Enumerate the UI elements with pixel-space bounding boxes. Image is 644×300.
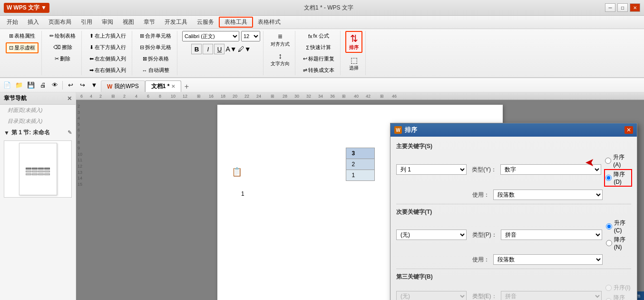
primary-asc-radio[interactable]: 升序(A) bbox=[605, 153, 631, 168]
tertiary-desc-radio[interactable]: 降序(G) bbox=[605, 294, 631, 300]
secondary-use-select[interactable]: 段落数 bbox=[493, 254, 603, 265]
secondary-type-label: 类型(P)： bbox=[470, 231, 497, 239]
primary-key-section-label: 主要关键字(S) bbox=[396, 142, 631, 150]
divider-2 bbox=[396, 269, 631, 269]
primary-key-row: 列 1 类型(Y)： 数字 拼音 笔划 升序(A) 降序(D) bbox=[396, 153, 631, 186]
secondary-order-group: 升序(C) 降序(N) bbox=[606, 219, 631, 250]
secondary-use-row: 使用： 段落数 bbox=[472, 254, 631, 265]
primary-order-group: 升序(A) 降序(D) bbox=[605, 153, 631, 186]
primary-type-label: 类型(Y)： bbox=[470, 166, 497, 174]
tertiary-key-row: (无) 类型(E)： 拼音 升序(I) 降序(G) bbox=[396, 284, 631, 300]
dialog-close-button[interactable]: ✕ bbox=[624, 126, 633, 134]
primary-asc-label: 升序(A) bbox=[613, 153, 631, 168]
tertiary-key-section-label: 第三关键字(B) bbox=[396, 273, 631, 281]
tertiary-desc-label: 降序(G) bbox=[614, 294, 631, 300]
secondary-desc-radio[interactable]: 降序(N) bbox=[606, 236, 631, 250]
primary-use-label: 使用： bbox=[472, 191, 489, 199]
tertiary-key-select[interactable]: (无) bbox=[396, 291, 467, 300]
sort-dialog: W 排序 ✕ 主要关键字(S) 列 1 类型(Y)： 数字 拼音 笔划 bbox=[390, 123, 637, 300]
secondary-key-select[interactable]: (无) bbox=[396, 230, 467, 240]
tertiary-asc-label: 升序(I) bbox=[614, 284, 630, 292]
divider-1 bbox=[396, 204, 631, 204]
secondary-asc-label: 升序(C) bbox=[614, 219, 631, 234]
dialog-wps-icon: W bbox=[394, 126, 402, 134]
tertiary-type-select[interactable]: 拼音 bbox=[501, 291, 602, 300]
arrow-indicator: ➤ bbox=[585, 156, 595, 170]
primary-desc-label: 降序(D) bbox=[614, 170, 631, 185]
secondary-desc-label: 降序(N) bbox=[614, 236, 631, 250]
dialog-title-content: W 排序 bbox=[394, 126, 417, 134]
dialog-title-bar: W 排序 ✕ bbox=[390, 123, 637, 137]
secondary-asc-radio[interactable]: 升序(C) bbox=[606, 219, 631, 234]
dialog-body: 主要关键字(S) 列 1 类型(Y)： 数字 拼音 笔划 升序(A) bbox=[390, 137, 637, 300]
tertiary-type-label: 类型(E)： bbox=[470, 292, 497, 300]
secondary-use-label: 使用： bbox=[472, 256, 489, 264]
tertiary-order-group: 升序(I) 降序(G) bbox=[605, 284, 631, 300]
secondary-key-row: (无) 类型(P)： 拼音 数字 笔划 升序(C) 降序(N) bbox=[396, 219, 631, 250]
secondary-key-section-label: 次要关键字(T) bbox=[396, 208, 631, 216]
secondary-type-select[interactable]: 拼音 数字 笔划 bbox=[501, 230, 602, 240]
dialog-overlay: W 排序 ✕ 主要关键字(S) 列 1 类型(Y)： 数字 拼音 笔划 bbox=[0, 0, 644, 300]
primary-key-select[interactable]: 列 1 bbox=[396, 164, 467, 175]
primary-use-row: 使用： 段落数 bbox=[472, 190, 631, 200]
tertiary-asc-radio[interactable]: 升序(I) bbox=[605, 284, 631, 292]
primary-use-select[interactable]: 段落数 bbox=[493, 190, 603, 200]
dialog-title-label: 排序 bbox=[405, 126, 417, 134]
primary-desc-radio[interactable]: 降序(D) bbox=[605, 170, 631, 186]
